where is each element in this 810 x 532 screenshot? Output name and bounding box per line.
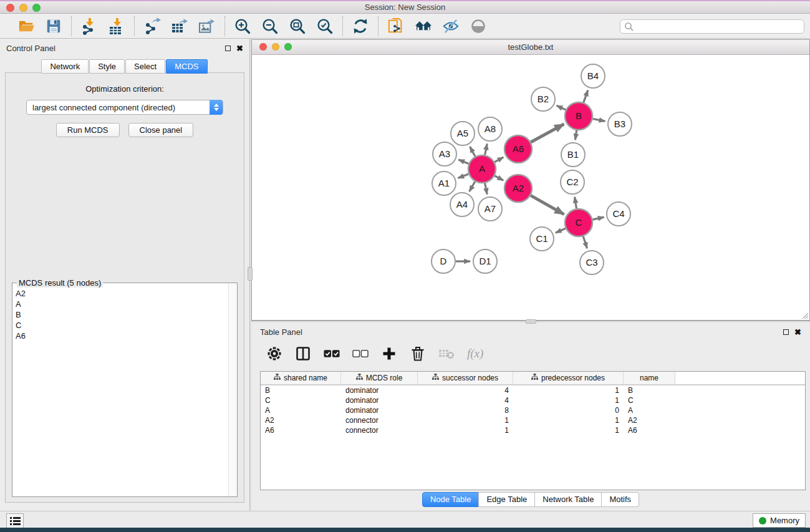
- network-maximize-button[interactable]: [284, 43, 292, 51]
- new-network-from-selection-icon[interactable]: [387, 17, 405, 35]
- hide-graphics-details-icon[interactable]: [442, 17, 460, 35]
- edge-B-B4[interactable]: [584, 90, 588, 103]
- table-row[interactable]: A6connector11A6: [261, 425, 805, 435]
- node-C3[interactable]: C3: [580, 251, 604, 274]
- node-A4[interactable]: A4: [450, 193, 474, 216]
- edge-A-A5[interactable]: [470, 147, 475, 157]
- export-table-icon[interactable]: [171, 17, 188, 35]
- node-D[interactable]: D: [432, 249, 455, 273]
- node-D1[interactable]: D1: [473, 249, 497, 273]
- close-window-button[interactable]: [6, 4, 14, 12]
- edge-C-C1[interactable]: [556, 228, 566, 233]
- edge-A-A6[interactable]: [494, 157, 503, 162]
- edge-A-A8[interactable]: [485, 144, 488, 155]
- edge-C-C3[interactable]: [583, 236, 587, 248]
- node-B4[interactable]: B4: [581, 64, 605, 88]
- zoom-out-icon[interactable]: [261, 17, 279, 35]
- search-input[interactable]: [620, 19, 804, 34]
- table-row[interactable]: A2connector11A2: [261, 415, 805, 425]
- mcds-result-item[interactable]: A2: [13, 288, 228, 299]
- edge-A-A7[interactable]: [485, 183, 488, 195]
- mcds-result-scrollbar[interactable]: [228, 283, 237, 496]
- node-A3[interactable]: A3: [433, 142, 456, 166]
- import-table-icon[interactable]: [108, 17, 125, 35]
- edge-A-A4[interactable]: [470, 181, 475, 191]
- deselect-all-checkboxes-icon[interactable]: [352, 346, 369, 362]
- delete-column-icon[interactable]: [410, 346, 426, 362]
- table-row[interactable]: Bdominator41B: [261, 385, 805, 395]
- column-header-predecessor-nodes[interactable]: predecessor nodes: [513, 372, 624, 384]
- node-C1[interactable]: C1: [530, 227, 554, 251]
- float-table-panel-icon[interactable]: [783, 329, 789, 335]
- tab-network-table[interactable]: Network Table: [534, 492, 602, 507]
- tab-node-table[interactable]: Node Table: [422, 492, 480, 507]
- tab-edge-table[interactable]: Edge Table: [478, 492, 535, 507]
- edge-A6-B[interactable]: [531, 124, 564, 142]
- column-header-name[interactable]: name: [624, 372, 675, 384]
- vertical-splitter-grip[interactable]: [248, 267, 253, 281]
- function-builder-icon[interactable]: f(x): [467, 347, 483, 360]
- columns-icon[interactable]: [295, 346, 311, 362]
- edge-B-B3[interactable]: [593, 118, 605, 121]
- tab-style[interactable]: Style: [89, 59, 125, 74]
- network-graph-canvas[interactable]: B4B2BB3A5A8A6A3B1AA1C2A2A4A7C4CC1C3DD1: [252, 56, 809, 320]
- mcds-result-item[interactable]: C: [13, 320, 228, 331]
- resize-grip-icon[interactable]: [801, 311, 809, 319]
- node-A5[interactable]: A5: [451, 122, 475, 145]
- horizontal-splitter-grip[interactable]: [526, 319, 536, 324]
- export-network-icon[interactable]: [143, 17, 161, 35]
- import-network-icon[interactable]: [80, 17, 98, 35]
- edge-C-C4[interactable]: [592, 217, 604, 220]
- gear-icon[interactable]: [266, 346, 282, 362]
- float-panel-icon[interactable]: [225, 46, 231, 51]
- node-A[interactable]: A: [468, 155, 496, 183]
- show-graphics-details-icon[interactable]: [470, 17, 487, 35]
- node-A1[interactable]: A1: [432, 172, 456, 195]
- close-table-panel-icon[interactable]: ✖: [794, 328, 801, 336]
- delete-table-icon[interactable]: [438, 346, 455, 362]
- save-session-icon[interactable]: [45, 17, 62, 35]
- mcds-result-item[interactable]: A6: [13, 331, 228, 341]
- network-minimize-button[interactable]: [272, 43, 279, 51]
- node-C[interactable]: C: [565, 209, 592, 236]
- tab-mcds[interactable]: MCDS: [166, 59, 207, 74]
- table-row[interactable]: Adominator80A: [261, 405, 805, 415]
- open-file-icon[interactable]: [17, 17, 35, 35]
- criterion-dropdown[interactable]: largest connected component (directed): [26, 100, 223, 115]
- zoom-selected-icon[interactable]: [316, 17, 334, 35]
- maximize-window-button[interactable]: [32, 4, 41, 12]
- minimize-window-button[interactable]: [19, 4, 27, 12]
- column-header-MCDS-role[interactable]: MCDS role: [341, 372, 418, 384]
- edge-C-C2[interactable]: [575, 197, 577, 209]
- memory-button[interactable]: Memory: [753, 513, 806, 528]
- tab-network[interactable]: Network: [41, 59, 89, 74]
- edge-A-A3[interactable]: [458, 160, 468, 164]
- zoom-in-icon[interactable]: [234, 17, 251, 35]
- add-column-icon[interactable]: [381, 346, 397, 362]
- refresh-icon[interactable]: [352, 17, 369, 35]
- node-A8[interactable]: A8: [478, 117, 502, 141]
- mcds-result-item[interactable]: A: [13, 299, 228, 309]
- edge-B-B2[interactable]: [557, 105, 566, 110]
- mcds-result-list[interactable]: A2ABCA6: [13, 288, 228, 496]
- node-C4[interactable]: C4: [607, 202, 630, 226]
- edge-A-A2[interactable]: [494, 176, 503, 180]
- tab-motifs[interactable]: Motifs: [601, 492, 639, 507]
- node-B1[interactable]: B1: [561, 143, 585, 167]
- run-mcds-button[interactable]: Run MCDS: [56, 123, 120, 137]
- zoom-fit-icon[interactable]: [289, 17, 306, 35]
- node-B2[interactable]: B2: [531, 87, 555, 111]
- node-A7[interactable]: A7: [478, 197, 502, 221]
- close-panel-icon[interactable]: ✖: [236, 44, 243, 52]
- tab-select[interactable]: Select: [125, 59, 165, 74]
- export-image-icon[interactable]: [198, 17, 216, 35]
- close-panel-button[interactable]: Close panel: [128, 123, 194, 137]
- mcds-result-item[interactable]: B: [13, 309, 228, 320]
- edge-A2-C[interactable]: [531, 195, 564, 214]
- node-B[interactable]: B: [565, 102, 592, 130]
- edge-A-A1[interactable]: [458, 174, 468, 178]
- node-A6[interactable]: A6: [504, 135, 532, 163]
- node-B3[interactable]: B3: [608, 112, 632, 136]
- home-icon[interactable]: [415, 17, 432, 35]
- node-A2[interactable]: A2: [504, 175, 532, 202]
